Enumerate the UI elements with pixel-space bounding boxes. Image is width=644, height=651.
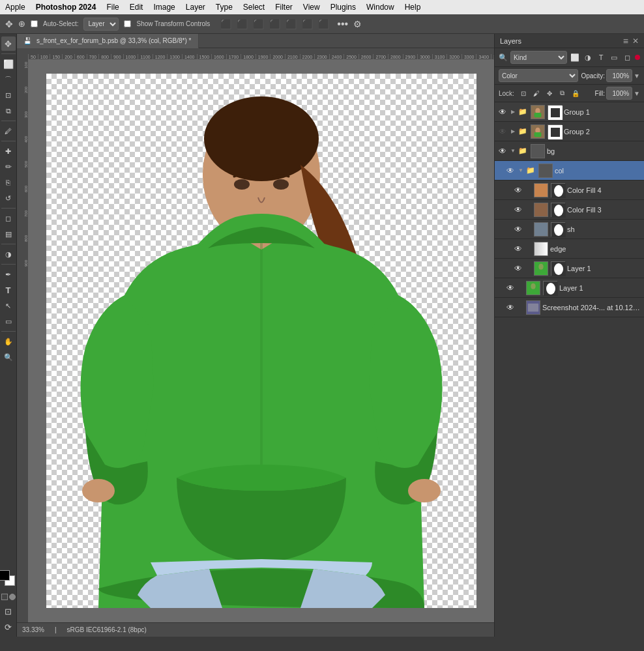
app-name-menu[interactable]: Photoshop 2024 (36, 3, 96, 12)
layer-item[interactable]: 👁 ▶ 📁 Group 1 (495, 102, 644, 122)
layer-item[interactable]: 👁 ▶ Layer 1 (495, 278, 644, 298)
fill-chevron[interactable]: ▼ (634, 90, 640, 97)
brush-tool[interactable]: ✏ (1, 160, 16, 174)
gradient-tool[interactable]: ▤ (1, 227, 16, 241)
layer-item[interactable]: 👁 ▶ Color Fill 3 (495, 200, 644, 220)
layer-visibility-toggle[interactable]: 👁 (505, 283, 516, 293)
zoom-tool[interactable]: 🔍 (1, 350, 16, 364)
layer-visibility-toggle[interactable]: 👁 (497, 146, 508, 156)
align-left-icon[interactable]: ⬛ (220, 19, 231, 29)
path-select-tool[interactable]: ↖ (1, 298, 16, 313)
layer-item[interactable]: 👁 ▶ Color Fill 4 (495, 181, 644, 200)
panel-menu-icon[interactable]: ≡ (623, 36, 628, 46)
image-menu[interactable]: Image (153, 3, 175, 12)
layer-item[interactable]: 👁 ▼ 📁 bg (495, 141, 644, 161)
text-tool[interactable]: T (1, 283, 16, 297)
transform-controls-checkbox[interactable] (124, 20, 131, 27)
align-bottom-icon[interactable]: ⬛ (302, 19, 313, 29)
layer-visibility-toggle[interactable]: 👁 (505, 302, 516, 313)
filter-kind-dropdown[interactable]: Kind Name Effect Mode Attribute Color (510, 51, 567, 64)
type-menu[interactable]: Type (216, 3, 233, 12)
layer-visibility-toggle[interactable]: 👁 (513, 185, 523, 195)
fill-input[interactable] (606, 87, 632, 100)
auto-select-checkbox[interactable] (31, 20, 38, 27)
align-top-icon[interactable]: ⬛ (269, 19, 280, 29)
move-tool-button[interactable]: ✥ (1, 36, 16, 51)
crop-tool[interactable]: ⧉ (1, 104, 16, 118)
view-menu[interactable]: View (303, 3, 320, 12)
opacity-group: Opacity: ▼ (581, 69, 640, 82)
canvas-image[interactable] (46, 74, 476, 608)
layer-visibility-toggle[interactable]: 👁 (513, 224, 523, 235)
lock-position-icon[interactable]: ✥ (544, 88, 555, 98)
filter-adjust-icon[interactable]: ◑ (583, 52, 593, 63)
close-panel-button[interactable]: ✕ (632, 36, 639, 46)
layer-menu[interactable]: Layer (186, 3, 205, 12)
opacity-input[interactable] (606, 69, 632, 82)
lock-image-pixels-icon[interactable]: 🖌 (531, 88, 542, 98)
layer-item[interactable]: 👁 ▶ edge (495, 239, 644, 259)
plugins-menu[interactable]: Plugins (330, 3, 356, 12)
select-menu[interactable]: Select (243, 3, 265, 12)
lasso-tool[interactable]: ⌒ (1, 72, 16, 87)
filter-menu[interactable]: Filter (275, 3, 293, 12)
document-tab[interactable]: 💾 s_front_ex_for_forum_b.psb @ 33,3% (co… (17, 34, 199, 48)
rotate-view-button[interactable]: ⟳ (1, 620, 16, 634)
lock-artboard-icon[interactable]: ⧉ (557, 88, 568, 98)
blend-mode-dropdown[interactable]: Color Normal Dissolve Multiply Screen Ov… (499, 69, 578, 82)
filter-smart-icon[interactable]: ◻ (622, 52, 632, 63)
layer-item[interactable]: 👁 ▶ Screenshot 2024-... at 10.12.57 AM (495, 298, 644, 317)
canvas-wrapper[interactable]: 50 100 150 200 600 700 800 900 1000 1100… (17, 48, 494, 622)
file-menu[interactable]: File (106, 3, 119, 12)
layer-visibility-toggle[interactable]: 👁 (497, 126, 508, 137)
layer-item[interactable]: 👁 ▶ 📁 Group 2 (495, 122, 644, 141)
layer-visibility-toggle[interactable]: 👁 (505, 166, 516, 176)
svg-rect-17 (534, 184, 548, 197)
screen-mode-button[interactable]: ⊡ (1, 604, 16, 618)
window-menu[interactable]: Window (366, 3, 394, 12)
auto-select-dropdown[interactable]: Layer Group (83, 18, 119, 31)
filter-pixel-icon[interactable]: ⬜ (570, 52, 580, 63)
svg-point-6 (408, 479, 441, 502)
layer-item[interactable]: 👁 ▶ sh (495, 220, 644, 239)
dodge-tool[interactable]: ◑ (1, 247, 16, 261)
layer-expand-toggle[interactable]: ▶ (510, 126, 516, 137)
filter-shape-icon[interactable]: ▭ (609, 52, 619, 63)
opacity-chevron[interactable]: ▼ (634, 72, 640, 80)
hand-tool[interactable]: ✋ (1, 334, 16, 349)
object-select-tool[interactable]: ⊡ (1, 88, 16, 102)
distribute-icon[interactable]: ⬛ (318, 19, 329, 29)
layer-expand-toggle[interactable]: ▼ (510, 146, 516, 156)
apple-menu[interactable]: Apple (5, 3, 25, 12)
layer-item[interactable]: 👁 ▼ 📁 col (495, 161, 644, 181)
layer-visibility-toggle[interactable]: 👁 (513, 205, 523, 215)
help-menu[interactable]: Help (405, 3, 421, 12)
lock-pixels-icon[interactable]: ⊡ (518, 88, 529, 98)
clone-stamp-tool[interactable]: ⎘ (1, 175, 16, 190)
layer-visibility-toggle[interactable]: 👁 (513, 263, 523, 274)
gear-icon[interactable]: ⚙ (353, 19, 362, 29)
more-options-button[interactable]: ••• (337, 18, 348, 30)
edit-menu[interactable]: Edit (130, 3, 143, 12)
healing-tool[interactable]: ✚ (1, 144, 16, 158)
filter-type-icon[interactable]: T (596, 52, 606, 63)
layer-item[interactable]: 👁 ▶ Layer 1 (495, 259, 644, 278)
eyedropper-tool[interactable]: 🖉 (1, 124, 16, 138)
align-center-h-icon[interactable]: ⬛ (237, 19, 248, 29)
foreground-color-swatch[interactable] (0, 570, 10, 581)
pen-tool[interactable]: ✒ (1, 267, 16, 282)
layer-expand-toggle[interactable]: ▼ (518, 166, 524, 176)
align-center-v-icon[interactable]: ⬛ (285, 19, 297, 29)
lock-all-icon[interactable]: 🔒 (570, 88, 581, 98)
eraser-tool[interactable]: ◻ (1, 211, 16, 225)
shape-tool[interactable]: ▭ (1, 314, 16, 328)
quick-mask-button[interactable] (1, 594, 16, 600)
layers-list[interactable]: 👁 ▶ 📁 Group 1 👁 ▶ 📁 (495, 102, 644, 637)
marquee-rect-tool[interactable]: ⬜ (1, 57, 16, 71)
canvas-content[interactable] (28, 59, 494, 622)
layer-expand-toggle[interactable]: ▶ (510, 107, 516, 117)
layer-visibility-toggle[interactable]: 👁 (497, 107, 508, 117)
history-brush-tool[interactable]: ↺ (1, 191, 16, 205)
layer-visibility-toggle[interactable]: 👁 (513, 244, 523, 254)
align-right-icon[interactable]: ⬛ (253, 19, 264, 29)
